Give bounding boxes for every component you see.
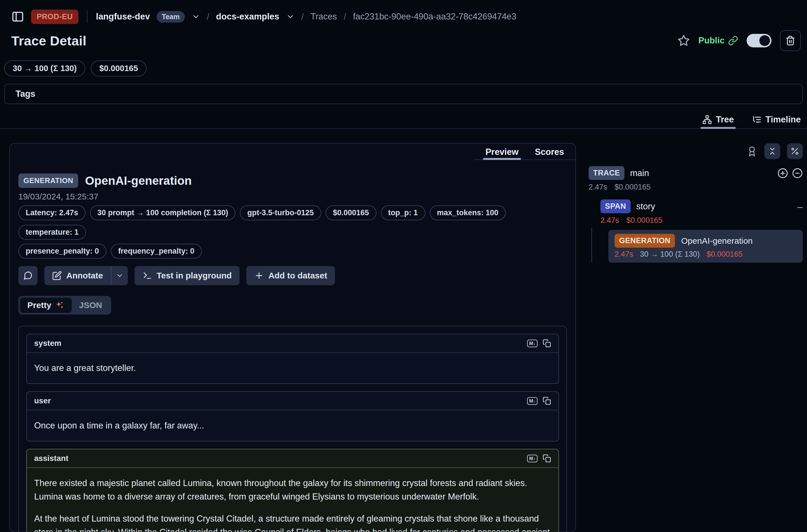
observation-chips-row1: Latency: 2.47s 30 prompt → 100 completio… — [18, 205, 567, 240]
chevron-down-icon — [116, 272, 124, 280]
token-chip: 30 prompt → 100 completion (Σ 130) — [90, 205, 235, 220]
terminal-icon — [143, 271, 152, 280]
token-usage-badge: 30 → 100 (Σ 130) — [4, 60, 85, 76]
tree-node-span[interactable]: SPAN story – — [600, 200, 803, 213]
view-tabs: Tree Timeline — [0, 111, 807, 129]
toggle-knob — [759, 35, 770, 46]
sparkles-icon — [55, 300, 64, 310]
breadcrumb-traces[interactable]: Traces — [311, 12, 337, 22]
span-badge: SPAN — [600, 200, 631, 213]
observation-chips-row2: presence_penalty: 0 frequency_penalty: 0 — [18, 244, 567, 259]
breadcrumb-project[interactable]: docs-examples — [216, 12, 279, 22]
annotate-button[interactable]: Annotate — [44, 266, 111, 285]
message-role: assistant — [34, 454, 68, 463]
generation-tokens: 30 → 100 (Σ 130) — [640, 250, 700, 259]
award-icon[interactable] — [746, 146, 757, 157]
span-metrics: 2.47s $0.000165 — [600, 216, 803, 225]
system-message-header: system M↓ — [27, 334, 558, 353]
add-to-dataset-button[interactable]: Add to dataset — [246, 266, 335, 285]
sidebar-toggle-button[interactable] — [11, 10, 24, 23]
add-to-dataset-label: Add to dataset — [268, 271, 327, 280]
message-content: Once upon a time in a galaxy far, far aw… — [27, 411, 558, 441]
message-tools: M↓ — [527, 454, 551, 462]
minus-circle-icon[interactable] — [792, 168, 803, 178]
comment-button[interactable] — [18, 266, 38, 285]
copy-icon[interactable] — [543, 339, 551, 347]
markdown-toggle-icon[interactable]: M↓ — [527, 397, 538, 405]
model-chip[interactable]: gpt-3.5-turbo-0125 — [240, 205, 321, 220]
tab-tree[interactable]: Tree — [702, 111, 734, 128]
tags-container[interactable]: Tags — [4, 84, 803, 104]
cost-badge: $0.000165 — [91, 60, 147, 76]
tree-node-generation-wrap: GENERATION OpenAI-generation 2.47s 30 → … — [608, 230, 803, 263]
plus-circle-icon[interactable] — [777, 168, 788, 178]
annotate-split-button: Annotate — [44, 266, 128, 285]
delete-trace-button[interactable] — [780, 30, 801, 51]
message-role: system — [34, 339, 61, 348]
assistant-message: assistant M↓ There existed a majestic pl… — [26, 449, 559, 532]
tags-label: Tags — [16, 89, 35, 99]
annotate-dropdown-button[interactable] — [111, 266, 128, 285]
org-type-badge: Team — [156, 11, 185, 23]
breadcrumb-org[interactable]: langfuse-dev — [96, 12, 150, 22]
tab-timeline-label: Timeline — [766, 115, 801, 125]
generation-cost: $0.000165 — [707, 250, 743, 259]
generation-latency: 2.47s — [615, 250, 633, 259]
annotate-label: Annotate — [66, 271, 103, 280]
panel-tabs: Preview Scores — [10, 144, 575, 160]
span-latency: 2.47s — [600, 216, 619, 225]
actions-row: Annotate Test in playground — [18, 266, 567, 285]
cost-chip: $0.000165 — [326, 205, 376, 220]
environment-badge: PROD-EU — [31, 10, 78, 24]
observation-header: GENERATION OpenAI-generation — [18, 173, 567, 188]
json-toggle[interactable]: JSON — [72, 298, 110, 313]
trace-badge: TRACE — [588, 166, 624, 180]
title-actions: Public — [677, 30, 801, 51]
content: Preview Scores GENERATION OpenAI-generat… — [0, 143, 807, 532]
observation-title: OpenAI-generation — [85, 174, 192, 188]
tree-zoom-controls — [777, 168, 803, 178]
collapse-all-button[interactable] — [764, 143, 780, 159]
title-row: Trace Detail Public — [0, 25, 807, 52]
markdown-toggle-icon[interactable]: M↓ — [527, 455, 538, 462]
tab-preview[interactable]: Preview — [485, 147, 518, 159]
message-text: Once upon a time in a galaxy far, far aw… — [34, 419, 551, 433]
copy-icon[interactable] — [543, 397, 551, 405]
chevron-down-icon[interactable] — [286, 13, 295, 21]
comment-icon — [23, 271, 33, 280]
format-toggle: Pretty JSON — [18, 296, 111, 315]
public-link[interactable]: Public — [698, 36, 738, 46]
tab-scores[interactable]: Scores — [535, 147, 564, 159]
breadcrumb-separator: / — [207, 12, 209, 22]
observation-timestamp: 19/03/2024, 15:25:37 — [18, 192, 567, 202]
trace-summary-chips: 30 → 100 (Σ 130) $0.000165 — [0, 52, 807, 76]
tab-tree-label: Tree — [716, 115, 734, 125]
frequency-penalty-chip: frequency_penalty: 0 — [111, 244, 202, 259]
tree-node-trace[interactable]: TRACE main — [588, 166, 803, 180]
playground-label: Test in playground — [156, 271, 232, 280]
pretty-toggle[interactable]: Pretty — [20, 298, 72, 313]
top-p-chip: top_p: 1 — [381, 205, 425, 220]
test-in-playground-button[interactable]: Test in playground — [135, 266, 240, 285]
plus-icon — [254, 271, 264, 280]
breadcrumb-trace-id: fac231bc-90ee-490a-aa32-78c4269474e3 — [353, 12, 517, 22]
percent-icon — [790, 147, 800, 156]
message-content: There existed a majestic planet called L… — [27, 468, 558, 532]
trace-name: main — [630, 168, 649, 178]
chevron-down-icon[interactable] — [192, 13, 200, 21]
copy-icon[interactable] — [543, 454, 551, 462]
message-content: You are a great storyteller. — [27, 353, 558, 383]
collapse-node-icon[interactable]: – — [797, 202, 803, 211]
generation-metrics: 2.47s 30 → 100 (Σ 130) $0.000165 — [615, 250, 796, 259]
tab-timeline[interactable]: Timeline — [752, 111, 801, 128]
message-text: You are a great storyteller. — [34, 361, 551, 375]
assistant-message-header: assistant M↓ — [27, 449, 558, 468]
metrics-toggle-button[interactable] — [787, 143, 803, 159]
tree-node-generation-selected[interactable]: GENERATION OpenAI-generation 2.47s 30 → … — [608, 230, 803, 263]
public-toggle[interactable] — [747, 34, 771, 48]
max-tokens-chip: max_tokens: 100 — [430, 205, 506, 220]
presence-penalty-chip: presence_penalty: 0 — [18, 244, 106, 259]
markdown-toggle-icon[interactable]: M↓ — [527, 340, 538, 347]
star-button[interactable] — [677, 34, 690, 47]
tree-toolbar — [588, 143, 803, 159]
